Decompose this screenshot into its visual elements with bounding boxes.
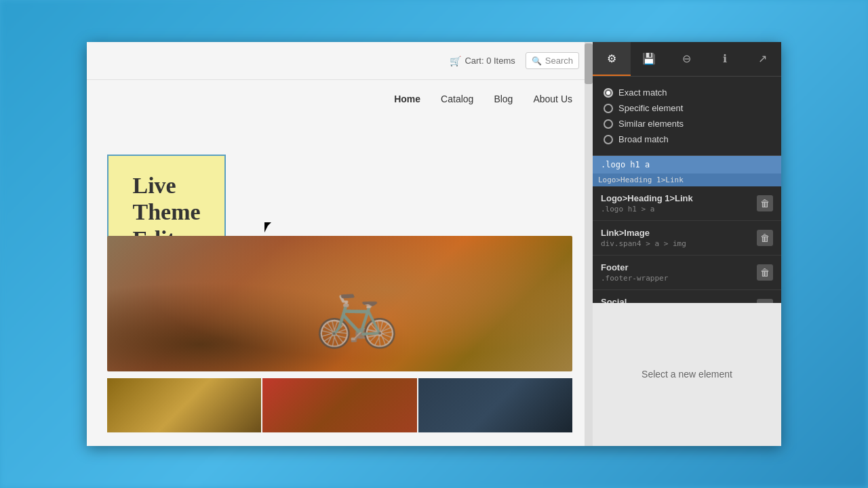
select-new-text: Select a new element [642, 369, 732, 380]
scrollbar-track[interactable] [585, 42, 593, 446]
nav-link-catalog[interactable]: Catalog [441, 94, 473, 104]
element-list: Logo>Heading 1>Link .logo h1 > a 🗑 Link>… [593, 186, 781, 303]
match-exact-label: Exact match [618, 87, 667, 98]
match-option-broad[interactable]: Broad match [604, 131, 770, 147]
delete-btn-2[interactable]: 🗑 [757, 264, 773, 281]
element-selector-2: .footer-wrapper [601, 274, 757, 283]
element-info-0: Logo>Heading 1>Link .logo h1 > a [601, 193, 757, 214]
nav-links: Home Catalog Blog About Us [394, 94, 572, 104]
product-card-1[interactable] [107, 378, 261, 432]
search-icon: 🔍 [532, 56, 542, 66]
nav-link-home[interactable]: Home [394, 94, 420, 104]
select-new-area[interactable]: Select a new element [593, 303, 781, 447]
nav-area: LiveThemeEditor Home Catalog Blog About … [87, 80, 593, 229]
active-element-breadcrumb: Logo>Heading 1>Link [593, 174, 781, 186]
main-window: 🛒 Cart: 0 Items 🔍 Search LiveThemeEditor… [87, 42, 781, 446]
website-panel: 🛒 Cart: 0 Items 🔍 Search LiveThemeEditor… [87, 42, 593, 446]
element-info-2: Footer .footer-wrapper [601, 262, 757, 283]
right-panel: ⚙ 💾 ⊖ ℹ ↗ Exact match Specific element S… [593, 42, 781, 446]
element-name-3: Social [601, 297, 757, 303]
element-item-3[interactable]: Social .social-links span 🗑 [593, 290, 781, 303]
element-name-1: Link>Image [601, 228, 757, 238]
element-item-1[interactable]: Link>Image div.span4 > a > img 🗑 [593, 221, 781, 256]
product-card-3[interactable] [418, 378, 572, 432]
match-option-specific[interactable]: Specific element [604, 100, 770, 116]
search-box[interactable]: 🔍 Search [526, 52, 579, 69]
cart-icon: 🛒 [450, 56, 461, 66]
product-grid [107, 378, 572, 432]
radio-exact[interactable] [604, 88, 613, 98]
tab-settings[interactable]: ⚙ [593, 42, 631, 76]
tab-export[interactable]: ↗ [743, 42, 781, 76]
tab-info[interactable]: ℹ [706, 42, 744, 76]
nav-link-blog[interactable]: Blog [494, 94, 513, 104]
element-selector-0: .logo h1 > a [601, 205, 757, 214]
match-option-exact[interactable]: Exact match [604, 85, 770, 100]
element-info-3: Social .social-links span [601, 297, 757, 303]
hero-image: 🚲 [107, 236, 572, 371]
element-name-2: Footer [601, 262, 757, 272]
radio-specific[interactable] [604, 104, 613, 113]
site-header: 🛒 Cart: 0 Items 🔍 Search [87, 42, 593, 80]
cart-link[interactable]: 🛒 Cart: 0 Items [450, 56, 515, 66]
cart-text: Cart: 0 Items [465, 56, 515, 66]
match-broad-label: Broad match [618, 134, 669, 144]
radio-similar[interactable] [604, 119, 613, 129]
tab-remove[interactable]: ⊖ [668, 42, 706, 76]
tab-save[interactable]: 💾 [631, 42, 669, 76]
element-item-2[interactable]: Footer .footer-wrapper 🗑 [593, 256, 781, 290]
element-item-0[interactable]: Logo>Heading 1>Link .logo h1 > a 🗑 [593, 186, 781, 221]
panel-toolbar: ⚙ 💾 ⊖ ℹ ↗ [593, 42, 781, 77]
match-specific-label: Specific element [618, 103, 683, 113]
active-element-selector: .logo h1 a [593, 156, 781, 174]
product-card-2[interactable] [262, 378, 416, 432]
bike-decoration: 🚲 [315, 271, 399, 351]
radio-broad[interactable] [604, 135, 613, 144]
element-info-1: Link>Image div.span4 > a > img [601, 228, 757, 248]
element-name-0: Logo>Heading 1>Link [601, 193, 757, 203]
match-option-similar[interactable]: Similar elements [604, 116, 770, 131]
scrollbar-thumb[interactable] [585, 43, 593, 84]
delete-btn-1[interactable]: 🗑 [757, 230, 773, 246]
element-selector-1: div.span4 > a > img [601, 239, 757, 248]
nav-link-about[interactable]: About Us [533, 94, 572, 104]
cursor [264, 222, 273, 235]
search-placeholder: Search [545, 56, 573, 66]
match-similar-label: Similar elements [618, 119, 684, 129]
match-options: Exact match Specific element Similar ele… [593, 77, 781, 156]
delete-btn-0[interactable]: 🗑 [757, 195, 773, 211]
